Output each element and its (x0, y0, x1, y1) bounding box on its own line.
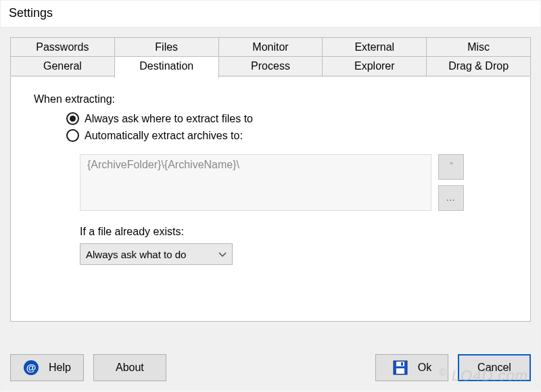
floppy-disk-icon (392, 360, 408, 376)
svg-rect-5 (401, 362, 403, 366)
chevron-up-icon: ˄ (449, 161, 454, 172)
about-button[interactable]: About (93, 354, 166, 381)
chevron-down-icon (218, 249, 227, 260)
radio-always-ask-row[interactable]: Always ask where to extract files to (66, 112, 507, 125)
file-exists-combo[interactable]: Always ask what to do (80, 243, 233, 265)
dialog-button-row: @ Help About (10, 354, 531, 381)
file-exists-row: If a file already exists: Always ask wha… (80, 226, 507, 265)
tab-files[interactable]: Files (114, 37, 219, 57)
tab-general[interactable]: General (10, 56, 115, 76)
tab-misc[interactable]: Misc (426, 37, 531, 57)
tab-process[interactable]: Process (218, 56, 323, 76)
at-sign-icon: @ (23, 360, 39, 376)
tabs-row-back: Passwords Files Monitor External Misc (10, 37, 531, 57)
tab-monitor[interactable]: Monitor (218, 37, 323, 57)
path-history-button[interactable]: ˄ (438, 154, 464, 180)
path-button-column: ˄ … (438, 154, 464, 211)
file-exists-label: If a file already exists: (80, 226, 507, 238)
file-exists-value: Always ask what to do (86, 249, 186, 260)
extract-path-area: ˄ … (80, 154, 507, 211)
help-button-label: Help (49, 362, 71, 374)
tab-panel-destination: When extracting: Always ask where to ext… (10, 77, 531, 322)
radio-auto-extract[interactable] (66, 129, 79, 142)
radio-always-ask[interactable] (66, 112, 79, 125)
tab-destination[interactable]: Destination (114, 56, 219, 78)
tabs-row-front: General Destination Process Explorer Dra… (10, 56, 531, 78)
tab-explorer[interactable]: Explorer (322, 56, 427, 76)
ok-button-label: Ok (418, 362, 431, 374)
extract-path-input[interactable] (80, 154, 431, 211)
left-button-group: @ Help About (10, 354, 166, 381)
cancel-button-label: Cancel (477, 362, 511, 374)
client-area: Passwords Files Monitor External Misc Ge… (1, 28, 540, 391)
browse-button[interactable]: … (438, 185, 464, 211)
svg-rect-4 (396, 362, 404, 366)
help-button[interactable]: @ Help (10, 354, 84, 381)
window-title: Settings (1, 1, 540, 28)
cancel-button[interactable]: Cancel (458, 354, 531, 381)
svg-text:@: @ (26, 362, 37, 373)
settings-window: Settings Passwords Files Monitor Externa… (0, 0, 541, 392)
when-extracting-label: When extracting: (34, 93, 507, 105)
svg-rect-3 (396, 368, 404, 374)
ok-button[interactable]: Ok (375, 354, 448, 381)
tab-passwords[interactable]: Passwords (10, 37, 115, 57)
radio-always-ask-label: Always ask where to extract files to (85, 113, 253, 125)
about-button-label: About (116, 362, 144, 374)
tab-external[interactable]: External (322, 37, 427, 57)
radio-auto-extract-label: Automatically extract archives to: (85, 130, 243, 142)
right-button-group: Ok Cancel (375, 354, 531, 381)
tab-drag-drop[interactable]: Drag & Drop (426, 56, 531, 76)
radio-auto-row[interactable]: Automatically extract archives to: (66, 129, 507, 142)
ellipsis-icon: … (446, 192, 456, 203)
tab-strip: Passwords Files Monitor External Misc Ge… (10, 37, 531, 78)
